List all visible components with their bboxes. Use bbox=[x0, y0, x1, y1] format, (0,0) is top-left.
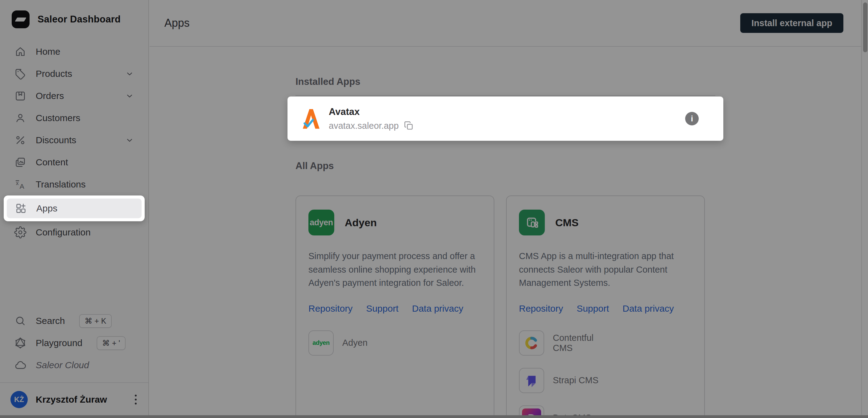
search-button[interactable]: Search ⌘ + K bbox=[6, 310, 142, 332]
chevron-down-icon[interactable] bbox=[125, 69, 134, 78]
user-icon bbox=[14, 112, 27, 124]
app-card-title: CMS bbox=[555, 217, 579, 229]
app-card-description: Simplify your payment process and offer … bbox=[308, 250, 482, 290]
strapi-logo-icon bbox=[519, 368, 544, 393]
data-privacy-link[interactable]: Data privacy bbox=[622, 303, 674, 314]
search-icon bbox=[14, 315, 27, 327]
cms-logo-icon bbox=[519, 210, 545, 236]
sidebar-item-label: Customers bbox=[36, 113, 80, 123]
sidebar-item-orders[interactable]: Orders bbox=[6, 85, 142, 107]
sidebar-item-apps[interactable]: Apps bbox=[7, 199, 142, 218]
saleor-cloud-label: Saleor Cloud bbox=[36, 360, 89, 370]
user-menu[interactable]: KŻ Krzysztof Żuraw bbox=[6, 383, 142, 414]
installed-app-domain: avatax.saleor.app bbox=[329, 121, 399, 131]
install-external-app-button[interactable]: Install external app bbox=[740, 13, 843, 33]
user-name: Krzysztof Żuraw bbox=[36, 394, 107, 405]
sidebar-item-label: Apps bbox=[36, 203, 57, 214]
sidebar-nav: Home Products Orders Customers Discounts bbox=[0, 37, 148, 243]
sidebar-item-label: Discounts bbox=[36, 135, 76, 145]
vendor-contentful: Contentful CMS bbox=[519, 330, 611, 356]
search-label: Search bbox=[36, 316, 65, 326]
cloud-icon bbox=[14, 359, 27, 371]
percent-icon bbox=[14, 134, 27, 146]
sidebar-item-home[interactable]: Home bbox=[6, 41, 142, 63]
adyen-logo-icon: adyen bbox=[308, 210, 334, 236]
playground-button[interactable]: Playground ⌘ + ' bbox=[6, 332, 142, 354]
playground-shortcut-badge: ⌘ + ' bbox=[97, 336, 126, 350]
repository-link[interactable]: Repository bbox=[308, 303, 352, 314]
sidebar-item-translations[interactable]: xA Translations bbox=[6, 173, 142, 196]
tag-icon bbox=[14, 68, 27, 80]
apps-content: Installed Apps Avatax avatax.saleor.app bbox=[150, 47, 861, 418]
avatax-spotlight: Avatax avatax.saleor.app bbox=[287, 97, 723, 141]
app-cards-grid: adyen Adyen Simplify your payment proces… bbox=[296, 196, 715, 418]
app-card-description: CMS App is a multi-integration app that … bbox=[519, 250, 692, 290]
home-icon bbox=[14, 45, 27, 58]
sidebar-item-label: Orders bbox=[36, 91, 64, 101]
installed-app-name: Avatax bbox=[329, 106, 414, 117]
gear-icon bbox=[14, 226, 27, 239]
adyen-vendor-logo-icon: adyen bbox=[308, 330, 334, 356]
page-header: Apps Install external app bbox=[150, 0, 861, 47]
svg-text:x: x bbox=[16, 180, 19, 186]
sidebar-item-label: Translations bbox=[36, 179, 86, 189]
avatax-logo-icon bbox=[302, 108, 319, 130]
sidebar-item-label: Products bbox=[36, 69, 72, 79]
support-link[interactable]: Support bbox=[577, 303, 609, 314]
apps-grid-icon bbox=[15, 202, 27, 214]
apps-spotlight: Apps bbox=[4, 196, 145, 221]
vendor-adyen: adyen Adyen bbox=[308, 330, 401, 356]
sidebar-item-discounts[interactable]: Discounts bbox=[6, 129, 142, 151]
avatar: KŻ bbox=[10, 391, 28, 408]
page-title: Apps bbox=[164, 16, 190, 30]
saleor-cloud-link[interactable]: Saleor Cloud bbox=[6, 354, 142, 376]
sidebar-item-products[interactable]: Products bbox=[6, 63, 142, 85]
copy-icon[interactable] bbox=[404, 120, 414, 131]
scrollbar-thumb[interactable] bbox=[863, 2, 867, 52]
sidebar-item-content[interactable]: Content bbox=[6, 151, 142, 173]
saleor-logo-icon bbox=[12, 10, 30, 28]
sidebar-item-configuration[interactable]: Configuration bbox=[6, 221, 142, 243]
media-folder-icon bbox=[14, 156, 27, 168]
search-shortcut-badge: ⌘ + K bbox=[79, 314, 112, 328]
brand-row: Saleor Dashboard bbox=[0, 0, 148, 37]
installed-app-meta: Avatax avatax.saleor.app bbox=[329, 106, 414, 131]
app-card-adyen: adyen Adyen Simplify your payment proces… bbox=[296, 196, 494, 418]
sidebar-item-customers[interactable]: Customers bbox=[6, 107, 142, 129]
sidebar-item-label: Configuration bbox=[36, 227, 91, 238]
info-icon[interactable] bbox=[685, 112, 699, 126]
sidebar: Saleor Dashboard Home Products Orders Cu… bbox=[0, 0, 149, 418]
sidebar-bottom: Search ⌘ + K Playground ⌘ + ' Saleor Clo… bbox=[0, 310, 148, 418]
graphql-icon bbox=[14, 337, 27, 349]
contentful-logo-icon bbox=[519, 330, 544, 356]
app-card-title: Adyen bbox=[345, 217, 377, 229]
installed-apps-heading: Installed Apps bbox=[296, 76, 715, 87]
playground-label: Playground bbox=[36, 338, 83, 348]
sidebar-item-label: Content bbox=[36, 157, 68, 168]
saleor-dashboard-apps-page: Saleor Dashboard Home Products Orders Cu… bbox=[0, 0, 868, 418]
installed-app-row-avatax[interactable]: Avatax avatax.saleor.app bbox=[296, 103, 715, 134]
app-card-cms: CMS CMS App is a multi-integration app t… bbox=[506, 196, 705, 418]
translate-icon: xA bbox=[14, 178, 27, 190]
vertical-scrollbar[interactable] bbox=[861, 0, 868, 418]
support-link[interactable]: Support bbox=[366, 303, 398, 314]
repository-link[interactable]: Repository bbox=[519, 303, 563, 314]
main-area: Apps Install external app Installed Apps… bbox=[150, 0, 861, 418]
horizontal-scrollbar[interactable] bbox=[0, 415, 868, 418]
all-apps-heading: All Apps bbox=[296, 161, 715, 172]
app-title: Saleor Dashboard bbox=[37, 14, 121, 25]
vendor-strapi: Strapi CMS bbox=[519, 368, 611, 393]
chevron-down-icon[interactable] bbox=[125, 91, 134, 101]
svg-text:A: A bbox=[20, 182, 24, 190]
sidebar-item-label: Home bbox=[36, 46, 60, 57]
package-icon bbox=[14, 90, 27, 102]
chevron-down-icon[interactable] bbox=[125, 136, 134, 145]
kebab-menu-icon[interactable] bbox=[132, 392, 139, 407]
divider bbox=[296, 95, 715, 96]
data-privacy-link[interactable]: Data privacy bbox=[412, 303, 463, 314]
